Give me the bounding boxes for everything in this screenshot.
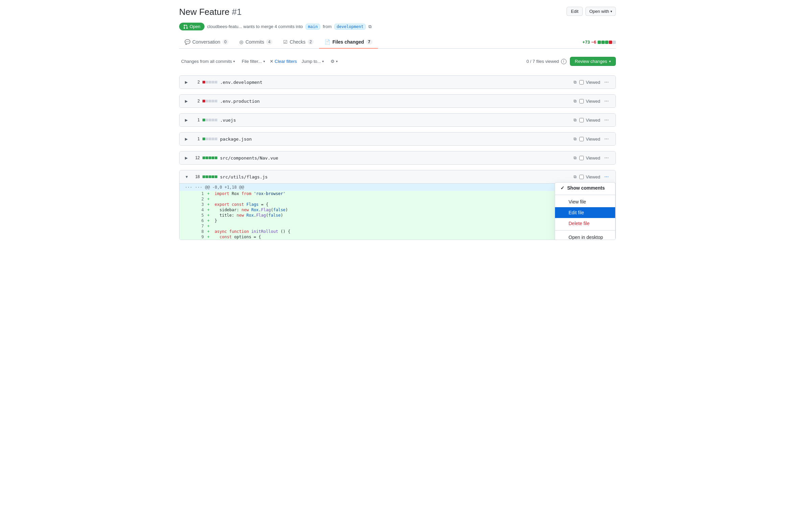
tab-files-changed[interactable]: 📄 Files changed 7 xyxy=(319,36,378,49)
viewed-checkbox-1: Viewed xyxy=(579,99,600,104)
copy-branch-icon[interactable]: ⧉ xyxy=(368,24,372,30)
tab-bar: 💬 Conversation 0 ◎ Commits 4 ☑ Checks 2 … xyxy=(179,36,616,49)
hunk-header-text: @@ -0,0 +1,18 @@ xyxy=(205,185,244,190)
menu-item-open-desktop[interactable]: Open in desktop xyxy=(555,232,615,240)
head-branch[interactable]: development xyxy=(334,24,366,30)
open-with-label: Open with xyxy=(589,9,609,14)
checks-icon: ☑ xyxy=(283,39,288,44)
viewed-check-0[interactable] xyxy=(579,80,584,84)
more-btn-3[interactable]: ··· xyxy=(603,135,610,142)
diff-line-1: 1 + import Rox from 'rox-browser' xyxy=(179,191,616,196)
viewed-check-2[interactable] xyxy=(579,118,584,122)
commits-icon: ◎ xyxy=(239,39,243,44)
viewed-checkbox-3: Viewed xyxy=(579,136,600,141)
show-comments-label: Show comments xyxy=(567,185,605,191)
tab-files-changed-count: 7 xyxy=(366,39,373,44)
status-badge: Open xyxy=(179,23,205,31)
diff-bar-neu xyxy=(612,41,616,44)
copy-icon-0[interactable]: ⧉ xyxy=(574,80,576,84)
file-name-4: src/components/Nav.vue xyxy=(220,155,571,160)
viewed-check-4[interactable] xyxy=(579,156,584,160)
diff-bar xyxy=(598,41,616,44)
copy-icon-2[interactable]: ⧉ xyxy=(574,118,576,122)
jump-to-label: Jump to... xyxy=(302,59,321,64)
more-btn-4[interactable]: ··· xyxy=(603,154,610,162)
viewed-check-1[interactable] xyxy=(579,99,584,103)
tab-conversation[interactable]: 💬 Conversation 0 xyxy=(179,36,234,49)
copy-icon-1[interactable]: ⧉ xyxy=(574,99,576,103)
tab-checks-label: Checks xyxy=(290,39,306,44)
file-filter-label: File filter... xyxy=(242,59,262,64)
viewed-checkbox-5: Viewed xyxy=(579,174,600,179)
mini-bar-5 xyxy=(203,175,217,178)
diff-line-9: 9 + const options = { xyxy=(179,234,616,240)
line-num-new-1: 1 xyxy=(193,191,207,196)
copy-icon-4[interactable]: ⧉ xyxy=(574,155,576,160)
copy-icon-3[interactable]: ⧉ xyxy=(574,136,576,141)
file-sections: ▶ 2 .env.development ⧉ Viewed xyxy=(179,73,616,240)
tab-conversation-count: 0 xyxy=(222,39,229,44)
status-label: Open xyxy=(190,24,201,29)
menu-divider-2 xyxy=(555,230,615,230)
file-changes-4: 12 xyxy=(193,155,200,160)
changes-from-dropdown[interactable]: Changes from all commits ▾ xyxy=(179,57,237,65)
mini-bar-2 xyxy=(203,119,217,121)
expand-icon-1: ▶ xyxy=(185,99,190,103)
more-btn-5[interactable]: ··· xyxy=(603,173,610,180)
more-btn-2[interactable]: ··· xyxy=(603,116,610,124)
mini-bar-1 xyxy=(203,100,217,102)
toolbar: Changes from all commits ▾ File filter..… xyxy=(179,54,616,69)
viewed-check-5[interactable] xyxy=(579,175,584,179)
diff-line-6: 6 + } xyxy=(179,218,616,223)
file-changes-5: 18 xyxy=(193,174,200,179)
jump-to-dropdown[interactable]: Jump to... ▾ xyxy=(300,57,326,65)
pr-meta-text: cloudbees-featu... wants to merge 4 comm… xyxy=(207,24,303,29)
check-icon: ✓ xyxy=(561,185,565,191)
info-icon[interactable]: i xyxy=(561,59,567,64)
file-name-0: .env.development xyxy=(220,80,571,85)
diff-dots-left: ··· xyxy=(185,185,192,190)
conversation-icon: 💬 xyxy=(185,39,190,44)
menu-item-delete-file[interactable]: Delete file xyxy=(555,218,615,229)
files-viewed: 0 / 7 files viewed i xyxy=(527,59,567,64)
file-name-5: src/utils/flags.js xyxy=(220,174,571,179)
menu-item-view-file[interactable]: View file xyxy=(555,196,615,207)
base-branch[interactable]: main xyxy=(306,24,320,30)
file-row-3: ▶ 1 package.json ⧉ Viewed xyxy=(179,132,616,146)
file-row-5: ▼ 18 src/utils/flags.js ⧉ Viewed xyxy=(179,170,616,240)
diff-line-8: 8 + async function initRollout () { xyxy=(179,229,616,234)
open-with-button[interactable]: Open with ▾ xyxy=(585,7,616,16)
x-icon: ✕ xyxy=(270,59,273,64)
diff-line-4: 4 + sidebar: new Rox.Flag(false) xyxy=(179,207,616,213)
tab-checks[interactable]: ☑ Checks 2 xyxy=(278,36,319,49)
clear-filters-button[interactable]: ✕ Clear filters xyxy=(270,59,297,64)
edit-button[interactable]: Edit xyxy=(567,7,583,16)
tab-conversation-label: Conversation xyxy=(192,39,221,44)
expand-icon-3: ▶ xyxy=(185,137,190,141)
menu-item-edit-file[interactable]: Edit file xyxy=(555,207,615,218)
file-row-2: ▶ 1 .vuejs ⧉ Viewed ··· xyxy=(179,113,616,127)
file-changes-3: 1 xyxy=(193,136,200,141)
jump-to-chevron: ▾ xyxy=(322,59,324,63)
mini-bar-3 xyxy=(203,137,217,140)
viewed-check-3[interactable] xyxy=(579,137,584,141)
gear-button[interactable]: ⚙ ▾ xyxy=(328,57,340,65)
viewed-checkbox-0: Viewed xyxy=(579,80,600,85)
file-changes-2: 1 xyxy=(193,118,200,122)
menu-item-show-comments[interactable]: ✓ Show comments xyxy=(555,183,615,193)
diff-stats: +73 −6 xyxy=(582,36,616,48)
file-filter-chevron: ▾ xyxy=(263,59,265,63)
diff-dots-right: ··· xyxy=(195,185,203,190)
line-sign-1: + xyxy=(207,191,212,196)
gear-chevron: ▾ xyxy=(336,59,338,63)
file-row-4: ▶ 12 src/components/Nav.vue ⧉ Viewed xyxy=(179,151,616,165)
review-changes-button[interactable]: Review changes ▾ xyxy=(570,57,616,66)
more-btn-1[interactable]: ··· xyxy=(603,97,610,105)
copy-icon-5[interactable]: ⧉ xyxy=(574,174,576,179)
pr-title-text: New Feature xyxy=(179,7,229,17)
more-btn-0[interactable]: ··· xyxy=(603,78,610,86)
file-filter-dropdown[interactable]: File filter... ▾ xyxy=(240,57,267,65)
tab-commits[interactable]: ◎ Commits 4 xyxy=(234,36,278,49)
toolbar-left: Changes from all commits ▾ File filter..… xyxy=(179,57,523,65)
delete-file-label: Delete file xyxy=(569,221,589,226)
